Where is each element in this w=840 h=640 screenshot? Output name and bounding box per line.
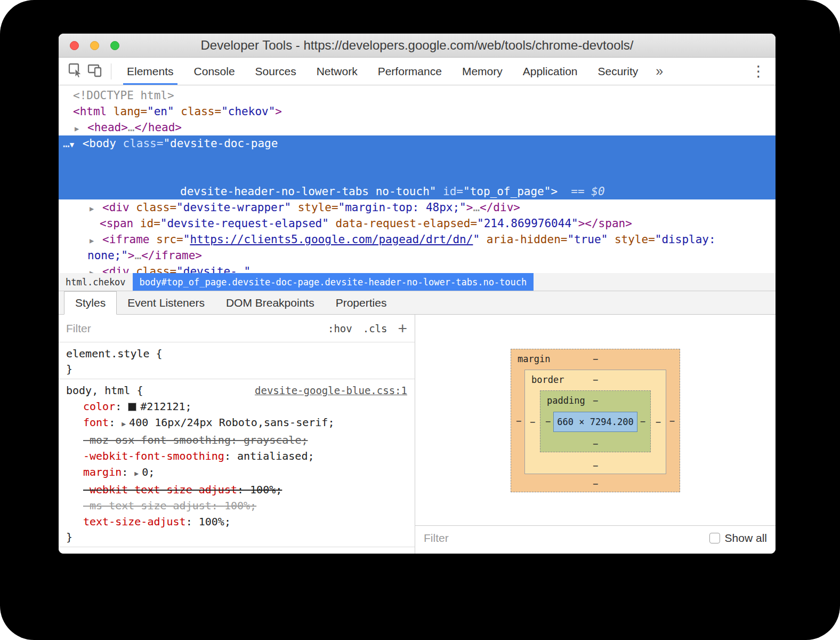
border-left-value[interactable]: − bbox=[530, 417, 535, 427]
dom-token: class= bbox=[174, 105, 222, 118]
element-classes-toggle[interactable]: .cls bbox=[363, 323, 387, 334]
padding-left-value[interactable]: − bbox=[545, 416, 551, 427]
css-property[interactable]: font: ▶400 16px/24px Roboto,sans-serif; bbox=[59, 414, 415, 432]
property-name[interactable]: text-size-adjust bbox=[83, 515, 186, 528]
panel-tab-network[interactable]: Network bbox=[306, 58, 368, 85]
panel-tab-performance[interactable]: Performance bbox=[368, 58, 452, 85]
property-value[interactable]: 400 16px/24px Roboto,sans-serif bbox=[129, 416, 328, 429]
padding-right-value[interactable]: − bbox=[640, 416, 645, 427]
stylesheet-link[interactable]: devsite-google-blue.css:1 bbox=[255, 382, 407, 398]
margin-bottom-value[interactable]: − bbox=[593, 478, 598, 489]
css-property[interactable]: -webkit-font-smoothing: antialiased; bbox=[59, 448, 415, 464]
expand-value-icon[interactable]: ▶ bbox=[134, 469, 139, 477]
sidebar-tab-dom-breakpoints[interactable]: DOM Breakpoints bbox=[215, 291, 325, 314]
minimize-button[interactable] bbox=[90, 41, 99, 50]
styles-filter-row: Filter :hov .cls + bbox=[59, 315, 415, 342]
padding-bottom-value[interactable]: − bbox=[593, 438, 598, 449]
inspect-element-button[interactable] bbox=[66, 62, 85, 81]
css-property[interactable]: color: #212121; bbox=[59, 398, 415, 414]
property-name[interactable]: color bbox=[83, 400, 115, 413]
sidebar-tab-styles[interactable]: Styles bbox=[64, 291, 117, 315]
property-value[interactable]: #212121 bbox=[140, 400, 185, 413]
panel-tab-console[interactable]: Console bbox=[184, 58, 245, 85]
color-swatch[interactable] bbox=[128, 403, 136, 411]
sidebar-tab-properties[interactable]: Properties bbox=[325, 291, 398, 314]
property-name[interactable]: -webkit-font-smoothing bbox=[83, 450, 224, 462]
show-all-checkbox[interactable] bbox=[709, 533, 720, 543]
zoom-button[interactable] bbox=[110, 41, 119, 50]
border-bottom-value[interactable]: − bbox=[593, 460, 598, 471]
css-property[interactable]: -ms-text-size-adjust: 100%; bbox=[59, 498, 415, 514]
rule-header: body, div, dl, dd {devsite-google-blue.c… bbox=[59, 550, 415, 554]
css-property[interactable]: text-size-adjust: 100%; bbox=[59, 514, 415, 530]
css-property[interactable]: -moz-osx-font-smoothing: grayscale; bbox=[59, 432, 415, 448]
property-value[interactable]: grayscale bbox=[244, 434, 301, 446]
panel-tab-memory[interactable]: Memory bbox=[452, 58, 513, 85]
dom-node-line[interactable]: ▶<div class="devsite-wrapper" style="mar… bbox=[59, 199, 776, 215]
property-value[interactable]: 100% bbox=[199, 515, 224, 528]
dom-token: "devsite-wrapper" bbox=[176, 201, 291, 214]
breadcrumb-item[interactable]: html.chekov bbox=[59, 273, 133, 291]
box-model-content-size[interactable]: 660 × 7294.200 bbox=[553, 412, 637, 432]
property-name[interactable]: -ms-text-size-adjust bbox=[83, 499, 212, 512]
dom-node-line[interactable] bbox=[59, 167, 776, 183]
expand-value-icon[interactable]: ▶ bbox=[122, 420, 126, 428]
close-brace: } bbox=[59, 530, 415, 545]
more-tabs-button[interactable]: » bbox=[648, 63, 671, 79]
metrics-filter-input[interactable]: Filter bbox=[424, 532, 449, 545]
margin-left-value[interactable]: − bbox=[516, 415, 521, 426]
border-top-value[interactable]: − bbox=[593, 374, 598, 385]
css-property[interactable]: margin: ▶0; bbox=[59, 464, 415, 482]
panel-tab-elements[interactable]: Elements bbox=[117, 58, 184, 85]
border-right-value[interactable]: − bbox=[656, 417, 661, 427]
dom-node-line[interactable]: <!DOCTYPE html> bbox=[59, 87, 776, 103]
dom-node-line[interactable]: ▶<head>…</head> bbox=[59, 119, 776, 135]
dom-token: "devsite-doc-page bbox=[163, 137, 278, 150]
dom-token: aria-hidden= bbox=[480, 233, 567, 246]
stylesheet-link[interactable]: devsite-google-blue.css:1 bbox=[255, 550, 407, 554]
hover-state-toggle[interactable]: :hov bbox=[328, 323, 352, 334]
panel-tab-application[interactable]: Application bbox=[513, 58, 588, 85]
dom-node-line[interactable] bbox=[59, 151, 776, 167]
dom-node-line[interactable]: none;">…</iframe> bbox=[59, 247, 776, 263]
property-name[interactable]: -webkit-text-size-adjust bbox=[83, 483, 237, 496]
margin-right-value[interactable]: − bbox=[669, 415, 675, 426]
dom-node-line[interactable]: <html lang="en" class="chekov"> bbox=[59, 103, 776, 119]
property-name[interactable]: -moz-osx-font-smoothing bbox=[83, 434, 231, 446]
dom-node-line[interactable]: ▶<div class="devsite-…" bbox=[59, 263, 776, 273]
padding-top-value[interactable]: − bbox=[593, 395, 598, 406]
box-model-padding[interactable]: padding − − − − 660 × 7294.200 bbox=[540, 390, 651, 452]
margin-top-value[interactable]: − bbox=[593, 354, 598, 364]
dom-node-line[interactable]: …▼<body class="devsite-doc-page bbox=[59, 135, 776, 151]
open-brace: { bbox=[130, 382, 143, 398]
show-all-label[interactable]: Show all bbox=[725, 532, 767, 545]
close-button[interactable] bbox=[70, 41, 79, 50]
rule-selector[interactable]: element.style bbox=[66, 346, 150, 362]
dom-node-line[interactable]: devsite-header-no-lower-tabs no-touch" i… bbox=[59, 183, 776, 199]
panel-tab-sources[interactable]: Sources bbox=[245, 58, 306, 85]
property-value[interactable]: 100% bbox=[250, 483, 276, 496]
url-link[interactable]: https://clients5.google.com/pagead/drt/d… bbox=[190, 233, 473, 246]
rule-selector[interactable]: body, div, dl, dd bbox=[66, 550, 175, 554]
show-all-control[interactable]: Show all bbox=[709, 532, 767, 545]
box-model-border[interactable]: border − − − − padding − − − − 660 × 729… bbox=[524, 370, 666, 474]
box-model-margin[interactable]: margin − − − − border − − − − padding − bbox=[511, 349, 680, 492]
property-value[interactable]: 100% bbox=[224, 499, 250, 512]
dom-node-line[interactable]: <span id="devsite-request-elapsed" data-… bbox=[59, 215, 776, 231]
device-toolbar-button[interactable] bbox=[85, 62, 104, 81]
property-value[interactable]: 0 bbox=[142, 466, 148, 478]
dom-token: "chekov" bbox=[221, 105, 275, 118]
dom-token: src= bbox=[150, 233, 183, 246]
css-property[interactable]: -webkit-text-size-adjust: 100%; bbox=[59, 482, 415, 498]
sidebar-tab-event-listeners[interactable]: Event Listeners bbox=[117, 291, 215, 314]
new-style-rule-button[interactable]: + bbox=[398, 321, 407, 337]
devtools-menu-button[interactable]: ⋮ bbox=[748, 62, 769, 80]
styles-filter-input[interactable]: Filter bbox=[66, 322, 91, 335]
panel-tab-security[interactable]: Security bbox=[587, 58, 648, 85]
property-name[interactable]: margin bbox=[83, 466, 122, 478]
property-name[interactable]: font bbox=[83, 416, 109, 429]
dom-node-line[interactable]: ▶<iframe src="https://clients5.google.co… bbox=[59, 231, 776, 247]
property-value[interactable]: antialiased bbox=[237, 450, 308, 462]
breadcrumb-item[interactable]: body#top_of_page.devsite-doc-page.devsit… bbox=[133, 273, 534, 291]
rule-selector[interactable]: body, html bbox=[66, 382, 130, 398]
